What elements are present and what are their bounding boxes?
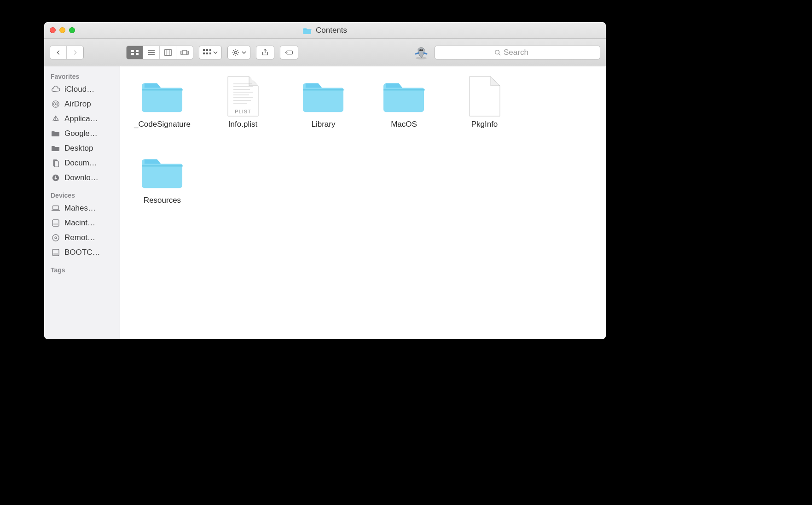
search-field[interactable]	[435, 46, 600, 59]
tags-button[interactable]	[280, 46, 298, 59]
file-item[interactable]: PLIST Info.plist	[203, 73, 283, 149]
sidebar-item-documents[interactable]: Docum…	[44, 156, 120, 170]
svg-rect-18	[209, 53, 211, 54]
file-label: Info.plist	[228, 120, 257, 129]
file-grid[interactable]: _CodeSignature PLIST Info.plist Library …	[120, 66, 606, 339]
chevron-down-icon	[242, 51, 246, 54]
disk-icon	[51, 219, 61, 227]
sidebar-item-label: Desktop	[64, 144, 93, 153]
automator-icon[interactable]	[413, 45, 429, 60]
svg-line-26	[233, 54, 234, 54]
tag-icon	[285, 49, 293, 56]
folder-icon	[303, 27, 312, 34]
window-controls	[44, 27, 75, 33]
applications-icon	[51, 115, 61, 123]
file-item[interactable]: PkgInfo	[444, 73, 525, 149]
svg-point-19	[234, 51, 237, 53]
blank-file-icon	[464, 76, 505, 117]
svg-rect-11	[183, 50, 186, 55]
svg-point-42	[55, 237, 57, 239]
share-button[interactable]	[256, 46, 274, 59]
sidebar-header-favorites: Favorites	[44, 70, 120, 82]
svg-line-24	[233, 50, 234, 50]
minimize-button[interactable]	[59, 27, 65, 33]
svg-point-36	[55, 103, 57, 105]
nav-buttons	[50, 46, 84, 59]
window-title: Contents	[316, 26, 347, 35]
sidebar-item-google[interactable]: Google…	[44, 126, 120, 141]
svg-rect-10	[181, 51, 182, 54]
svg-rect-38	[53, 206, 59, 210]
sidebar-item-label: Macint…	[64, 218, 95, 228]
svg-rect-15	[209, 49, 211, 51]
coverflow-view-button[interactable]	[176, 46, 193, 59]
icon-view-button[interactable]	[127, 46, 143, 59]
svg-rect-7	[164, 50, 172, 55]
file-label: PkgInfo	[471, 120, 498, 129]
folder-icon	[51, 144, 61, 153]
file-item[interactable]: Resources	[122, 149, 203, 225]
titlebar[interactable]: Contents	[44, 22, 606, 39]
sidebar-item-label: Remot…	[64, 233, 95, 242]
view-mode-buttons	[126, 46, 193, 59]
file-item[interactable]: _CodeSignature	[122, 73, 203, 149]
sidebar-item-airdrop[interactable]: AirDrop	[44, 97, 120, 112]
sidebar-item-desktop[interactable]: Desktop	[44, 141, 120, 156]
forward-button[interactable]	[67, 46, 83, 59]
sidebar-item-label: Mahes…	[64, 204, 96, 213]
file-label: Library	[312, 120, 336, 129]
sidebar-item-macintosh[interactable]: Macint…	[44, 216, 120, 230]
sidebar-header-tags: Tags	[44, 264, 120, 276]
file-item[interactable]: MacOS	[364, 73, 444, 149]
sidebar-item-label: Downlo…	[64, 173, 99, 182]
airdrop-icon	[51, 100, 61, 108]
list-view-button[interactable]	[143, 46, 160, 59]
svg-rect-16	[203, 53, 205, 54]
cloud-icon	[51, 85, 61, 94]
sidebar-item-label: Applica…	[64, 114, 98, 123]
svg-point-31	[421, 49, 423, 51]
search-icon	[494, 49, 501, 56]
back-button[interactable]	[50, 46, 67, 59]
folder-icon	[303, 76, 344, 117]
sidebar-item-label: iCloud…	[64, 85, 94, 94]
optical-disc-icon	[51, 234, 61, 242]
sidebar-item-icloud[interactable]: iCloud…	[44, 82, 120, 97]
sidebar-item-remote[interactable]: Remot…	[44, 230, 120, 245]
sidebar-item-downloads[interactable]: Downlo…	[44, 170, 120, 185]
svg-point-41	[52, 235, 59, 241]
svg-rect-2	[131, 53, 134, 55]
sidebar-item-label: Google…	[64, 129, 98, 138]
plist-file-icon: PLIST	[222, 76, 264, 117]
svg-rect-3	[136, 53, 139, 55]
svg-rect-14	[206, 49, 208, 51]
zoom-button[interactable]	[69, 27, 75, 33]
file-label: _CodeSignature	[134, 120, 191, 129]
arrange-button[interactable]	[199, 46, 222, 59]
svg-point-28	[287, 52, 288, 53]
sidebar-item-label: AirDrop	[64, 100, 91, 109]
svg-point-30	[419, 49, 421, 51]
file-label: MacOS	[391, 120, 417, 129]
file-item[interactable]: Library	[283, 73, 364, 149]
svg-rect-13	[203, 49, 205, 51]
finder-window: Contents	[44, 22, 606, 339]
svg-text:PLIST: PLIST	[235, 109, 251, 114]
close-button[interactable]	[50, 27, 56, 33]
folder-icon	[142, 76, 183, 117]
folder-icon	[383, 76, 425, 117]
column-view-button[interactable]	[160, 46, 176, 59]
disk-icon	[51, 248, 61, 257]
svg-rect-44	[53, 253, 58, 255]
sidebar-item-laptop[interactable]: Mahes…	[44, 201, 120, 216]
sidebar-item-bootcamp[interactable]: BOOTC…	[44, 245, 120, 260]
search-input[interactable]	[504, 48, 540, 57]
action-button[interactable]	[227, 46, 250, 59]
laptop-icon	[51, 204, 61, 212]
sidebar-item-applications[interactable]: Applica…	[44, 112, 120, 126]
downloads-icon	[51, 174, 61, 182]
svg-rect-0	[131, 50, 134, 52]
svg-rect-40	[53, 223, 58, 225]
chevron-down-icon	[213, 51, 218, 54]
gear-icon	[232, 49, 240, 56]
